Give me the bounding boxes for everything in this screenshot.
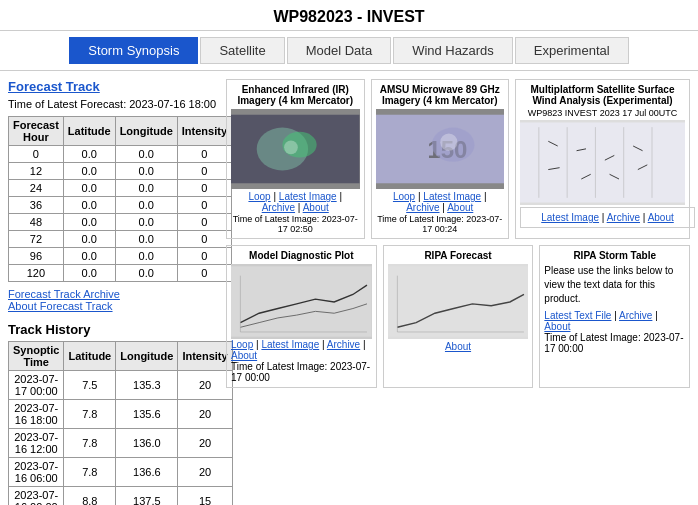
col-longitude: Longitude xyxy=(115,117,177,146)
table-cell: 0.0 xyxy=(63,231,115,248)
model-archive-link[interactable]: Archive xyxy=(327,339,360,350)
amsu-loop-link[interactable]: Loop xyxy=(393,191,415,202)
ir-about-link[interactable]: About xyxy=(303,202,329,213)
model-latest-link[interactable]: Latest Image xyxy=(261,339,319,350)
right-top-row: Enhanced Infrared (IR) Imagery (4 km Mer… xyxy=(226,79,690,239)
table-cell: 2023-07-16 00:00 xyxy=(9,487,64,506)
tab-wind-hazards[interactable]: Wind Hazards xyxy=(393,37,513,64)
history-table-row: 2023-07-16 18:007.8135.620 xyxy=(9,400,233,429)
amsu-card-title: AMSU Microwave 89 GHz Imagery (4 km Merc… xyxy=(376,84,505,106)
forecast-archive-link[interactable]: Forecast Track Archive xyxy=(8,288,218,300)
table-cell: 0.0 xyxy=(63,214,115,231)
wind-latest-link[interactable]: Latest Image xyxy=(541,212,599,223)
tab-satellite[interactable]: Satellite xyxy=(200,37,284,64)
wind-image xyxy=(520,120,685,205)
table-cell: 2023-07-16 06:00 xyxy=(9,458,64,487)
svg-point-7 xyxy=(440,134,457,151)
table-cell: 0.0 xyxy=(115,231,177,248)
wind-archive-link[interactable]: Archive xyxy=(607,212,640,223)
table-cell: 20 xyxy=(178,458,232,487)
wind-card-title: Multiplatform Satellite Surface Wind Ana… xyxy=(520,84,685,106)
amsu-latest-link[interactable]: Latest Image xyxy=(423,191,481,202)
col-hist-intensity: Intensity xyxy=(178,342,232,371)
forecast-table-row: 120.00.00 xyxy=(9,163,232,180)
table-cell: 0.0 xyxy=(63,180,115,197)
forecast-table: Forecast Hour Latitude Longitude Intensi… xyxy=(8,116,232,282)
table-cell: 72 xyxy=(9,231,64,248)
ripa-forecast-card: RIPA Forecast About xyxy=(383,245,534,388)
table-cell: 135.3 xyxy=(116,371,178,400)
table-cell: 0 xyxy=(177,146,231,163)
col-hist-lon: Longitude xyxy=(116,342,178,371)
model-diagnostic-card: Model Diagnostic Plot Loop | Latest Imag… xyxy=(226,245,377,388)
about-forecast-link[interactable]: About Forecast Track xyxy=(8,300,218,312)
amsu-imagery-card: AMSU Microwave 89 GHz Imagery (4 km Merc… xyxy=(371,79,510,239)
tab-model-data[interactable]: Model Data xyxy=(287,37,391,64)
table-cell: 0 xyxy=(177,197,231,214)
model-card-time: Time of Latest Image: 2023-07-17 00:00 xyxy=(231,361,372,383)
history-table-row: 2023-07-17 00:007.5135.320 xyxy=(9,371,233,400)
table-cell: 0.0 xyxy=(115,180,177,197)
ir-card-title: Enhanced Infrared (IR) Imagery (4 km Mer… xyxy=(231,84,360,106)
forecast-table-row: 1200.00.00 xyxy=(9,265,232,282)
tab-storm-synopsis[interactable]: Storm Synopsis xyxy=(69,37,198,64)
table-cell: 0.0 xyxy=(115,146,177,163)
table-cell: 7.8 xyxy=(64,458,116,487)
table-cell: 136.0 xyxy=(116,429,178,458)
table-cell: 36 xyxy=(9,197,64,214)
table-cell: 0 xyxy=(177,248,231,265)
table-cell: 137.5 xyxy=(116,487,178,506)
table-cell: 0 xyxy=(177,180,231,197)
ir-loop-link[interactable]: Loop xyxy=(248,191,270,202)
table-cell: 0 xyxy=(177,231,231,248)
svg-rect-25 xyxy=(388,266,529,336)
forecast-table-row: 240.00.00 xyxy=(9,180,232,197)
table-cell: 0 xyxy=(177,163,231,180)
table-cell: 0.0 xyxy=(63,146,115,163)
ripa-storm-card-body: Please use the links below to view the t… xyxy=(544,264,685,306)
ir-image xyxy=(231,109,360,189)
table-cell: 136.6 xyxy=(116,458,178,487)
table-cell: 0 xyxy=(9,146,64,163)
ir-archive-link[interactable]: Archive xyxy=(262,202,295,213)
ir-latest-link[interactable]: Latest Image xyxy=(279,191,337,202)
right-panel: Enhanced Infrared (IR) Imagery (4 km Mer… xyxy=(226,79,690,505)
ripa-storm-textfile-link[interactable]: Latest Text File xyxy=(544,310,611,321)
latest-forecast-time: Time of Latest Forecast: 2023-07-16 18:0… xyxy=(8,98,218,110)
col-synoptic-time: Synoptic Time xyxy=(9,342,64,371)
ripa-storm-archive-link[interactable]: Archive xyxy=(619,310,652,321)
col-forecast-hour: Forecast Hour xyxy=(9,117,64,146)
wind-analysis-card: Multiplatform Satellite Surface Wind Ana… xyxy=(515,79,690,239)
left-panel: Forecast Track Time of Latest Forecast: … xyxy=(8,79,218,505)
ripa-storm-card-time: Time of Latest Image: 2023-07-17 00:00 xyxy=(544,332,685,354)
history-table-row: 2023-07-16 06:007.8136.620 xyxy=(9,458,233,487)
model-about-link[interactable]: About xyxy=(231,350,257,361)
main-content: Forecast Track Time of Latest Forecast: … xyxy=(0,71,698,505)
ripa-about-link[interactable]: About xyxy=(445,341,471,352)
table-cell: 0.0 xyxy=(63,248,115,265)
model-loop-link[interactable]: Loop xyxy=(231,339,253,350)
model-card-links: Loop | Latest Image | Archive | About xyxy=(231,339,372,361)
table-cell: 135.6 xyxy=(116,400,178,429)
table-cell: 48 xyxy=(9,214,64,231)
amsu-about-link[interactable]: About xyxy=(447,202,473,213)
amsu-archive-link[interactable]: Archive xyxy=(406,202,439,213)
table-cell: 0.0 xyxy=(115,197,177,214)
table-cell: 12 xyxy=(9,163,64,180)
table-cell: 96 xyxy=(9,248,64,265)
table-cell: 0.0 xyxy=(63,265,115,282)
tab-experimental[interactable]: Experimental xyxy=(515,37,629,64)
ripa-card-title: RIPA Forecast xyxy=(388,250,529,261)
svg-rect-8 xyxy=(520,122,685,202)
table-cell: 24 xyxy=(9,180,64,197)
ir-card-time: Time of Latest Image: 2023-07-17 02:50 xyxy=(231,214,360,234)
table-cell: 20 xyxy=(178,429,232,458)
table-cell: 0 xyxy=(177,265,231,282)
tab-bar: Storm Synopsis Satellite Model Data Wind… xyxy=(0,31,698,71)
table-cell: 0.0 xyxy=(115,265,177,282)
page-title: WP982023 - INVEST xyxy=(0,0,698,31)
table-cell: 0 xyxy=(177,214,231,231)
ripa-storm-about-link[interactable]: About xyxy=(544,321,570,332)
wind-about-link[interactable]: About xyxy=(648,212,674,223)
svg-rect-22 xyxy=(231,266,372,336)
